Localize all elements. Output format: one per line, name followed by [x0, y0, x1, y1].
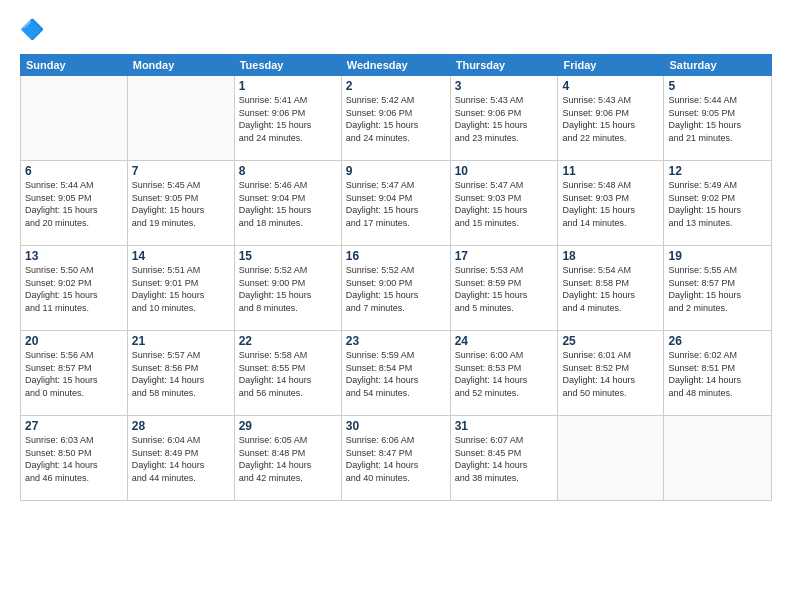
- day-info: Sunrise: 5:47 AM Sunset: 9:03 PM Dayligh…: [455, 179, 554, 229]
- calendar-cell: 8Sunrise: 5:46 AM Sunset: 9:04 PM Daylig…: [234, 161, 341, 246]
- day-number: 24: [455, 334, 554, 348]
- page: 🔷 SundayMondayTuesdayWednesdayThursdayFr…: [0, 0, 792, 612]
- calendar-table: SundayMondayTuesdayWednesdayThursdayFrid…: [20, 54, 772, 501]
- calendar-cell: 2Sunrise: 5:42 AM Sunset: 9:06 PM Daylig…: [341, 76, 450, 161]
- day-info: Sunrise: 5:52 AM Sunset: 9:00 PM Dayligh…: [346, 264, 446, 314]
- calendar-header-tuesday: Tuesday: [234, 55, 341, 76]
- day-number: 4: [562, 79, 659, 93]
- calendar-cell: 11Sunrise: 5:48 AM Sunset: 9:03 PM Dayli…: [558, 161, 664, 246]
- day-number: 19: [668, 249, 767, 263]
- day-number: 13: [25, 249, 123, 263]
- day-number: 8: [239, 164, 337, 178]
- logo: 🔷: [20, 16, 52, 44]
- day-number: 18: [562, 249, 659, 263]
- calendar-header-monday: Monday: [127, 55, 234, 76]
- calendar-cell: 20Sunrise: 5:56 AM Sunset: 8:57 PM Dayli…: [21, 331, 128, 416]
- day-number: 9: [346, 164, 446, 178]
- day-number: 10: [455, 164, 554, 178]
- svg-text:🔷: 🔷: [20, 17, 45, 41]
- day-info: Sunrise: 6:00 AM Sunset: 8:53 PM Dayligh…: [455, 349, 554, 399]
- calendar-cell: 26Sunrise: 6:02 AM Sunset: 8:51 PM Dayli…: [664, 331, 772, 416]
- day-number: 20: [25, 334, 123, 348]
- calendar-week-5: 27Sunrise: 6:03 AM Sunset: 8:50 PM Dayli…: [21, 416, 772, 501]
- day-info: Sunrise: 5:54 AM Sunset: 8:58 PM Dayligh…: [562, 264, 659, 314]
- day-number: 3: [455, 79, 554, 93]
- calendar-cell: 31Sunrise: 6:07 AM Sunset: 8:45 PM Dayli…: [450, 416, 558, 501]
- day-number: 22: [239, 334, 337, 348]
- calendar-cell: 6Sunrise: 5:44 AM Sunset: 9:05 PM Daylig…: [21, 161, 128, 246]
- calendar-cell: 14Sunrise: 5:51 AM Sunset: 9:01 PM Dayli…: [127, 246, 234, 331]
- day-info: Sunrise: 6:06 AM Sunset: 8:47 PM Dayligh…: [346, 434, 446, 484]
- day-info: Sunrise: 5:44 AM Sunset: 9:05 PM Dayligh…: [668, 94, 767, 144]
- calendar-cell: [664, 416, 772, 501]
- calendar-cell: 15Sunrise: 5:52 AM Sunset: 9:00 PM Dayli…: [234, 246, 341, 331]
- day-info: Sunrise: 6:03 AM Sunset: 8:50 PM Dayligh…: [25, 434, 123, 484]
- calendar-week-4: 20Sunrise: 5:56 AM Sunset: 8:57 PM Dayli…: [21, 331, 772, 416]
- day-info: Sunrise: 5:45 AM Sunset: 9:05 PM Dayligh…: [132, 179, 230, 229]
- day-number: 28: [132, 419, 230, 433]
- day-number: 16: [346, 249, 446, 263]
- calendar-header-row: SundayMondayTuesdayWednesdayThursdayFrid…: [21, 55, 772, 76]
- calendar-week-2: 6Sunrise: 5:44 AM Sunset: 9:05 PM Daylig…: [21, 161, 772, 246]
- day-number: 21: [132, 334, 230, 348]
- day-info: Sunrise: 5:59 AM Sunset: 8:54 PM Dayligh…: [346, 349, 446, 399]
- calendar-cell: 9Sunrise: 5:47 AM Sunset: 9:04 PM Daylig…: [341, 161, 450, 246]
- calendar-cell: 30Sunrise: 6:06 AM Sunset: 8:47 PM Dayli…: [341, 416, 450, 501]
- calendar-header-thursday: Thursday: [450, 55, 558, 76]
- day-info: Sunrise: 5:49 AM Sunset: 9:02 PM Dayligh…: [668, 179, 767, 229]
- calendar-cell: 19Sunrise: 5:55 AM Sunset: 8:57 PM Dayli…: [664, 246, 772, 331]
- calendar-week-3: 13Sunrise: 5:50 AM Sunset: 9:02 PM Dayli…: [21, 246, 772, 331]
- day-info: Sunrise: 5:41 AM Sunset: 9:06 PM Dayligh…: [239, 94, 337, 144]
- calendar-cell: 25Sunrise: 6:01 AM Sunset: 8:52 PM Dayli…: [558, 331, 664, 416]
- day-info: Sunrise: 5:50 AM Sunset: 9:02 PM Dayligh…: [25, 264, 123, 314]
- day-number: 5: [668, 79, 767, 93]
- day-number: 17: [455, 249, 554, 263]
- day-number: 25: [562, 334, 659, 348]
- day-number: 31: [455, 419, 554, 433]
- day-number: 26: [668, 334, 767, 348]
- calendar-cell: 13Sunrise: 5:50 AM Sunset: 9:02 PM Dayli…: [21, 246, 128, 331]
- day-info: Sunrise: 5:46 AM Sunset: 9:04 PM Dayligh…: [239, 179, 337, 229]
- calendar-cell: 17Sunrise: 5:53 AM Sunset: 8:59 PM Dayli…: [450, 246, 558, 331]
- calendar-cell: 5Sunrise: 5:44 AM Sunset: 9:05 PM Daylig…: [664, 76, 772, 161]
- day-info: Sunrise: 5:55 AM Sunset: 8:57 PM Dayligh…: [668, 264, 767, 314]
- calendar-cell: 1Sunrise: 5:41 AM Sunset: 9:06 PM Daylig…: [234, 76, 341, 161]
- calendar-cell: 27Sunrise: 6:03 AM Sunset: 8:50 PM Dayli…: [21, 416, 128, 501]
- day-info: Sunrise: 5:47 AM Sunset: 9:04 PM Dayligh…: [346, 179, 446, 229]
- day-info: Sunrise: 5:52 AM Sunset: 9:00 PM Dayligh…: [239, 264, 337, 314]
- day-number: 11: [562, 164, 659, 178]
- day-info: Sunrise: 6:04 AM Sunset: 8:49 PM Dayligh…: [132, 434, 230, 484]
- calendar-cell: [558, 416, 664, 501]
- calendar-cell: 24Sunrise: 6:00 AM Sunset: 8:53 PM Dayli…: [450, 331, 558, 416]
- day-info: Sunrise: 5:43 AM Sunset: 9:06 PM Dayligh…: [562, 94, 659, 144]
- day-info: Sunrise: 5:43 AM Sunset: 9:06 PM Dayligh…: [455, 94, 554, 144]
- day-number: 30: [346, 419, 446, 433]
- day-number: 1: [239, 79, 337, 93]
- calendar-cell: [127, 76, 234, 161]
- calendar-cell: 22Sunrise: 5:58 AM Sunset: 8:55 PM Dayli…: [234, 331, 341, 416]
- calendar-header-friday: Friday: [558, 55, 664, 76]
- day-info: Sunrise: 5:48 AM Sunset: 9:03 PM Dayligh…: [562, 179, 659, 229]
- calendar-cell: 16Sunrise: 5:52 AM Sunset: 9:00 PM Dayli…: [341, 246, 450, 331]
- day-number: 2: [346, 79, 446, 93]
- day-info: Sunrise: 5:53 AM Sunset: 8:59 PM Dayligh…: [455, 264, 554, 314]
- calendar-cell: 23Sunrise: 5:59 AM Sunset: 8:54 PM Dayli…: [341, 331, 450, 416]
- calendar-cell: 28Sunrise: 6:04 AM Sunset: 8:49 PM Dayli…: [127, 416, 234, 501]
- day-info: Sunrise: 6:01 AM Sunset: 8:52 PM Dayligh…: [562, 349, 659, 399]
- day-number: 23: [346, 334, 446, 348]
- day-info: Sunrise: 5:51 AM Sunset: 9:01 PM Dayligh…: [132, 264, 230, 314]
- day-number: 29: [239, 419, 337, 433]
- calendar-cell: 21Sunrise: 5:57 AM Sunset: 8:56 PM Dayli…: [127, 331, 234, 416]
- day-number: 27: [25, 419, 123, 433]
- calendar-cell: 3Sunrise: 5:43 AM Sunset: 9:06 PM Daylig…: [450, 76, 558, 161]
- day-info: Sunrise: 6:07 AM Sunset: 8:45 PM Dayligh…: [455, 434, 554, 484]
- day-info: Sunrise: 5:57 AM Sunset: 8:56 PM Dayligh…: [132, 349, 230, 399]
- calendar-week-1: 1Sunrise: 5:41 AM Sunset: 9:06 PM Daylig…: [21, 76, 772, 161]
- day-info: Sunrise: 6:02 AM Sunset: 8:51 PM Dayligh…: [668, 349, 767, 399]
- day-info: Sunrise: 6:05 AM Sunset: 8:48 PM Dayligh…: [239, 434, 337, 484]
- calendar-cell: 4Sunrise: 5:43 AM Sunset: 9:06 PM Daylig…: [558, 76, 664, 161]
- day-number: 7: [132, 164, 230, 178]
- calendar-cell: 7Sunrise: 5:45 AM Sunset: 9:05 PM Daylig…: [127, 161, 234, 246]
- header: 🔷: [20, 16, 772, 44]
- day-number: 6: [25, 164, 123, 178]
